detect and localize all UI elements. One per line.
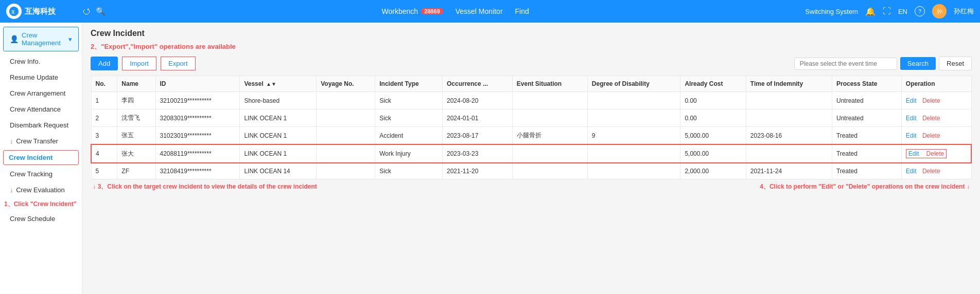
delete-link-3[interactable]: Delete <box>922 132 940 139</box>
sidebar-item-crew-schedule[interactable]: Crew Schedule <box>0 211 82 227</box>
delete-link-2[interactable]: Delete <box>922 115 940 122</box>
fullscreen-icon[interactable]: ⛶ <box>883 7 891 16</box>
toolbar-right: Search Reset <box>794 57 972 70</box>
edit-link-2[interactable]: Edit <box>906 115 917 122</box>
edit-link-5[interactable]: Edit <box>906 168 917 175</box>
bottom-annotation-right: 4、Click to perform "Edit" or "Delete" op… <box>760 182 970 191</box>
nav-find[interactable]: Find <box>515 7 529 15</box>
edit-link-3[interactable]: Edit <box>906 132 917 139</box>
sidebar-item-crew-info[interactable]: Crew Info. <box>0 53 82 69</box>
col-occurrence: Occurrence ... <box>443 76 513 92</box>
cell-vessel: LINK OCEAN 1 <box>240 109 317 127</box>
workbench-badge: 28869 <box>421 8 443 14</box>
cell-no: 1 <box>91 92 117 109</box>
nav-vessel-monitor[interactable]: Vessel Monitor <box>456 7 503 15</box>
annotation-left-text: 3、Click on the target crew incident to v… <box>98 183 317 190</box>
cell-incident-type: Sick <box>375 92 443 109</box>
nav-back-icon[interactable]: ⭯ <box>82 7 91 16</box>
edit-link-4[interactable]: Edit <box>908 150 919 157</box>
cell-no: 2 <box>91 109 117 127</box>
cell-occurrence: 2024-08-20 <box>443 92 513 109</box>
sidebar-item-label: Crew Schedule <box>10 215 55 223</box>
table-row[interactable]: 1 李四 32100219********** Shore-based Sick… <box>91 92 971 109</box>
delete-link-5[interactable]: Delete <box>922 168 940 175</box>
col-process-state: Process State <box>832 76 901 92</box>
cell-time-indemnity: 2021-11-24 <box>746 163 832 179</box>
cell-event-situation <box>512 92 587 109</box>
arrow-down-icon: ↓ <box>10 137 13 145</box>
nav-search-icon[interactable]: 🔍 <box>96 7 106 16</box>
edit-link-1[interactable]: Edit <box>906 97 917 104</box>
cell-process-state: Untreated <box>832 109 901 127</box>
chevron-down-icon: ▾ <box>68 35 72 43</box>
lang-selector[interactable]: EN <box>898 8 907 15</box>
sidebar-item-label: Crew Tracking <box>10 170 52 178</box>
cell-degree: 9 <box>587 127 680 145</box>
help-icon[interactable]: ? <box>915 6 925 16</box>
sidebar-item-disembark-request[interactable]: Disembark Request <box>0 117 82 133</box>
sidebar-crew-management-group: 👤 Crew Management ▾ Crew Info. Resume Up… <box>0 27 82 198</box>
cell-process-state: Treated <box>832 144 901 163</box>
cell-no: 5 <box>91 163 117 179</box>
cell-event-situation <box>512 163 587 179</box>
nav-workbench[interactable]: Workbench 28869 <box>382 7 443 15</box>
cell-event-situation <box>512 144 587 163</box>
cell-degree <box>587 163 680 179</box>
cell-occurrence: 2024-01-01 <box>443 109 513 127</box>
sidebar-item-crew-attendance[interactable]: Crew Attendance <box>0 101 82 117</box>
search-button[interactable]: Search <box>900 57 936 70</box>
cell-time-indemnity <box>746 109 832 127</box>
sidebar-group-header[interactable]: 👤 Crew Management ▾ <box>3 27 79 51</box>
export-border: Export <box>161 57 196 70</box>
cell-incident-type: Accident <box>375 127 443 145</box>
sidebar-item-crew-incident[interactable]: Crew Incident <box>3 150 79 165</box>
add-button[interactable]: Add <box>91 57 118 70</box>
sidebar-item-crew-transfer[interactable]: ↓ Crew Transfer <box>0 133 82 149</box>
sidebar-item-crew-arrangement[interactable]: Crew Arrangement <box>0 85 82 101</box>
sidebar-item-crew-evaluation[interactable]: ↓ Crew Evaluation <box>0 182 82 198</box>
table-row[interactable]: 4 张大 42088119********** LINK OCEAN 1 Wor… <box>91 144 971 163</box>
annotation-right-text: 4、Click to perform "Edit" or "Delete" op… <box>760 183 965 190</box>
switching-system[interactable]: Switching System <box>805 8 858 15</box>
reset-button[interactable]: Reset <box>939 57 972 70</box>
cell-vessel: LINK OCEAN 14 <box>240 163 317 179</box>
cell-id: 42088119********** <box>155 144 240 163</box>
col-no: No. <box>91 76 117 92</box>
cell-degree <box>587 92 680 109</box>
sidebar-item-crew-tracking[interactable]: Crew Tracking <box>0 166 82 182</box>
delete-link-4[interactable]: Delete <box>926 150 944 157</box>
sidebar-item-label: Crew Transfer <box>16 137 58 145</box>
cell-incident-type: Sick <box>375 163 443 179</box>
user-name[interactable]: 孙红梅 <box>954 7 974 16</box>
cell-operation: Edit Delete <box>901 163 971 179</box>
col-already-cost: Already Cost <box>680 76 746 92</box>
delete-link-1[interactable]: Delete <box>922 97 940 104</box>
table-row[interactable]: 2 沈雪飞 32083019********** LINK OCEAN 1 Si… <box>91 109 971 127</box>
nav-center: Workbench 28869 Vessel Monitor Find <box>106 7 805 15</box>
logo-text: 互海科技 <box>25 7 56 16</box>
event-time-input[interactable] <box>794 58 897 70</box>
cell-incident-type: Sick <box>375 109 443 127</box>
table-row[interactable]: 5 ZF 32108419********** LINK OCEAN 14 Si… <box>91 163 971 179</box>
cell-no: 4 <box>91 144 117 163</box>
col-operation: Operation <box>901 76 971 92</box>
cell-already-cost: 2,000.00 <box>680 163 746 179</box>
import-button[interactable]: Import <box>122 57 156 70</box>
bottom-annotations: ↓ 3、Click on the target crew incident to… <box>91 182 972 191</box>
cell-vessel: LINK OCEAN 1 <box>240 127 317 145</box>
bell-icon[interactable]: 🔔 <box>865 7 876 16</box>
table-row[interactable]: 3 张五 31023019********** LINK OCEAN 1 Acc… <box>91 127 971 145</box>
cell-occurrence: 2023-03-23 <box>443 144 513 163</box>
data-table: No. Name ID Vessel ▲▼ Voyage No. Inciden… <box>91 76 972 179</box>
cell-already-cost: 5,000.00 <box>680 144 746 163</box>
export-button[interactable]: Export <box>161 57 195 70</box>
cell-event-situation <box>512 109 587 127</box>
cell-no: 3 <box>91 127 117 145</box>
nav-right: Switching System 🔔 ⛶ EN ? 孙 孙红梅 <box>805 4 974 19</box>
sidebar-item-resume-update[interactable]: Resume Update <box>0 69 82 85</box>
user-icon: 👤 <box>10 35 19 43</box>
user-avatar[interactable]: 孙 <box>932 4 947 19</box>
logo-area: 互 互海科技 <box>6 4 78 19</box>
cell-operation: Edit Delete <box>901 127 971 145</box>
cell-process-state: Treated <box>832 163 901 179</box>
